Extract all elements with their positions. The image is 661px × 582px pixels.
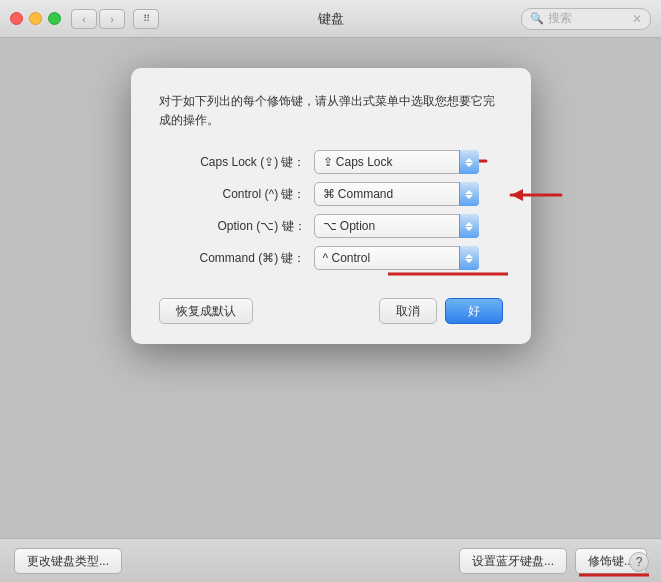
nav-buttons: ‹ › <box>71 9 125 29</box>
command-select[interactable]: ^ Control 无操作 ⇪ Caps Lock ⌥ Option ⌘ Com… <box>314 246 479 270</box>
modal-footer: 恢复成默认 取消 好 <box>159 290 503 324</box>
caps-lock-select[interactable]: ⇪ Caps Lock 无操作 ^ Control ⌥ Option ⌘ Com… <box>314 150 479 174</box>
bottom-toolbar: 更改键盘类型... 设置蓝牙键盘... 修饰键... ? <box>0 538 661 582</box>
search-bar: 🔍 搜索 ✕ <box>521 8 651 30</box>
arrow-annotation-1 <box>506 184 571 206</box>
command-select-wrapper: ^ Control 无操作 ⇪ Caps Lock ⌥ Option ⌘ Com… <box>314 246 479 270</box>
control-select-wrapper: ⌘ Command 无操作 ⇪ Caps Lock ^ Control ⌥ Op… <box>314 182 479 206</box>
maximize-button[interactable] <box>48 12 61 25</box>
search-placeholder: 搜索 <box>548 10 632 27</box>
underline-annotation <box>388 270 508 278</box>
option-select[interactable]: ⌥ Option 无操作 ⇪ Caps Lock ^ Control ⌘ Com… <box>314 214 479 238</box>
titlebar: ‹ › ⠿ 键盘 🔍 搜索 ✕ <box>0 0 661 38</box>
close-button[interactable] <box>10 12 23 25</box>
modal-description: 对于如下列出的每个修饰键，请从弹出式菜单中选取您想要它完成的操作。 <box>159 92 503 130</box>
caps-lock-label: Caps Lock (⇪) 键： <box>159 154 314 171</box>
command-row: Command (⌘) 键： ^ Control 无操作 ⇪ Caps Lock… <box>159 246 503 270</box>
modal-dialog: 对于如下列出的每个修饰键，请从弹出式菜单中选取您想要它完成的操作。 Caps L… <box>131 68 531 344</box>
back-button[interactable]: ‹ <box>71 9 97 29</box>
window-title: 键盘 <box>318 10 344 28</box>
caps-lock-row: Caps Lock (⇪) 键： ⇪ Caps Lock 无操作 ^ Contr… <box>159 150 503 174</box>
option-select-wrapper: ⌥ Option 无操作 ⇪ Caps Lock ^ Control ⌘ Com… <box>314 214 479 238</box>
footer-right-buttons: 取消 好 <box>379 298 503 324</box>
control-row: Control (^) 键： ⌘ Command 无操作 ⇪ Caps Lock… <box>159 182 503 206</box>
svg-marker-4 <box>511 189 523 201</box>
bluetooth-keyboard-button[interactable]: 设置蓝牙键盘... <box>459 548 567 574</box>
help-button[interactable]: ? <box>629 552 649 572</box>
ok-button[interactable]: 好 <box>445 298 503 324</box>
control-label: Control (^) 键： <box>159 186 314 203</box>
main-content: 对于如下列出的每个修饰键，请从弹出式菜单中选取您想要它完成的操作。 Caps L… <box>0 38 661 538</box>
grid-button[interactable]: ⠿ <box>133 9 159 29</box>
caps-lock-select-wrapper: ⇪ Caps Lock 无操作 ^ Control ⌥ Option ⌘ Com… <box>314 150 479 174</box>
keyboard-type-button[interactable]: 更改键盘类型... <box>14 548 122 574</box>
minimize-button[interactable] <box>29 12 42 25</box>
forward-button[interactable]: › <box>99 9 125 29</box>
option-row: Option (⌥) 键： ⌥ Option 无操作 ⇪ Caps Lock ^… <box>159 214 503 238</box>
restore-defaults-button[interactable]: 恢复成默认 <box>159 298 253 324</box>
traffic-lights <box>10 12 61 25</box>
control-select[interactable]: ⌘ Command 无操作 ⇪ Caps Lock ^ Control ⌥ Op… <box>314 182 479 206</box>
search-clear-icon[interactable]: ✕ <box>632 12 642 26</box>
cancel-button[interactable]: 取消 <box>379 298 437 324</box>
command-label: Command (⌘) 键： <box>159 250 314 267</box>
search-icon: 🔍 <box>530 12 544 25</box>
option-label: Option (⌥) 键： <box>159 218 314 235</box>
